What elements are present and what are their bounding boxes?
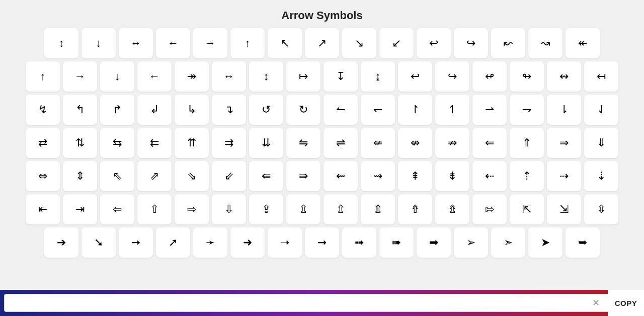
symbol-cell[interactable]: ↺ xyxy=(249,95,283,125)
symbol-cell[interactable]: ➚ xyxy=(156,227,190,258)
symbol-cell[interactable]: ⇍ xyxy=(361,128,395,158)
symbol-cell[interactable]: ↞ xyxy=(566,28,600,58)
symbol-cell[interactable]: ➡ xyxy=(417,227,451,258)
symbol-cell[interactable]: ⇈ xyxy=(175,128,209,158)
symbol-cell[interactable]: ↴ xyxy=(212,95,246,125)
symbol-cell[interactable]: ⇄ xyxy=(26,128,60,158)
symbol-cell[interactable]: ⇮ xyxy=(398,194,432,224)
symbol-cell[interactable]: ⇇ xyxy=(137,128,172,158)
symbol-cell[interactable]: ↓ xyxy=(82,28,116,58)
symbol-cell[interactable]: ➞ xyxy=(305,227,339,258)
symbol-cell[interactable]: ⇖ xyxy=(100,161,134,191)
symbol-cell[interactable]: ⇭ xyxy=(361,194,395,224)
symbol-cell[interactable]: ⇪ xyxy=(249,194,283,224)
symbol-cell[interactable]: ⇤ xyxy=(26,194,60,224)
symbol-cell[interactable]: ↿ xyxy=(435,95,469,125)
symbol-cell[interactable]: ↨ xyxy=(361,61,395,92)
symbol-cell[interactable]: ⇑ xyxy=(510,128,544,158)
symbol-cell[interactable]: ➟ xyxy=(342,227,376,258)
symbol-cell[interactable]: ⇋ xyxy=(286,128,320,158)
symbol-cell[interactable]: ➥ xyxy=(566,227,600,258)
symbol-cell[interactable]: ⇙ xyxy=(212,161,246,191)
symbol-cell[interactable]: ⇜ xyxy=(324,161,358,191)
symbol-cell[interactable]: ⇝ xyxy=(361,161,395,191)
symbol-cell[interactable]: ⇯ xyxy=(435,194,469,224)
symbol-cell[interactable]: ⇏ xyxy=(435,128,469,158)
symbol-cell[interactable]: ↖ xyxy=(268,28,302,58)
symbol-cell[interactable]: ↙ xyxy=(379,28,414,58)
symbol-cell[interactable]: ⇞ xyxy=(398,161,432,191)
symbol-cell[interactable]: ↬ xyxy=(510,61,544,92)
symbol-cell[interactable]: ↼ xyxy=(324,95,358,125)
symbol-cell[interactable]: ↗ xyxy=(305,28,339,58)
symbol-cell[interactable]: ➣ xyxy=(491,227,525,258)
symbol-cell[interactable]: ⇊ xyxy=(249,128,283,158)
symbol-cell[interactable]: ⇆ xyxy=(100,128,134,158)
symbol-cell[interactable]: ↤ xyxy=(584,61,618,92)
symbol-cell[interactable]: ↱ xyxy=(100,95,134,125)
symbol-cell[interactable]: ⇎ xyxy=(398,128,432,158)
symbol-cell[interactable]: ⇗ xyxy=(137,161,172,191)
symbol-cell[interactable]: ⇒ xyxy=(547,128,581,158)
symbol-cell[interactable]: ➜ xyxy=(230,227,265,258)
symbol-cell[interactable]: ⇂ xyxy=(547,95,581,125)
symbol-cell[interactable]: ⇚ xyxy=(249,161,283,191)
copy-button[interactable]: COPY xyxy=(608,290,644,316)
clear-button[interactable]: ✕ xyxy=(589,296,603,310)
symbol-cell[interactable]: ← xyxy=(137,61,172,92)
symbol-cell[interactable]: ⇳ xyxy=(584,194,618,224)
symbol-cell[interactable]: ↜ xyxy=(491,28,525,58)
symbol-cell[interactable]: ↔ xyxy=(212,61,246,92)
symbol-input[interactable] xyxy=(4,294,640,312)
symbol-cell[interactable]: ⇌ xyxy=(324,128,358,158)
symbol-cell[interactable]: ↯ xyxy=(26,95,60,125)
symbol-cell[interactable]: ↝ xyxy=(528,28,562,58)
symbol-cell[interactable]: ↪ xyxy=(435,61,469,92)
symbol-cell[interactable]: ↕ xyxy=(44,28,78,58)
symbol-cell[interactable]: ↪ xyxy=(454,28,488,58)
symbol-cell[interactable]: ↓ xyxy=(100,61,134,92)
symbol-cell[interactable]: ↩ xyxy=(417,28,451,58)
symbol-cell[interactable]: ⇨ xyxy=(175,194,209,224)
symbol-cell[interactable]: ⇦ xyxy=(100,194,134,224)
symbol-cell[interactable]: ⇧ xyxy=(137,194,172,224)
symbol-cell[interactable]: ↭ xyxy=(547,61,581,92)
symbol-cell[interactable]: ↻ xyxy=(286,95,320,125)
symbol-cell[interactable]: ↘ xyxy=(342,28,376,58)
symbol-cell[interactable]: ➝ xyxy=(268,227,302,258)
symbol-cell[interactable]: ⇲ xyxy=(547,194,581,224)
symbol-cell[interactable]: ➙ xyxy=(119,227,153,258)
symbol-cell[interactable]: ⇀ xyxy=(472,95,507,125)
symbol-cell[interactable]: ↦ xyxy=(286,61,320,92)
symbol-cell[interactable]: ➢ xyxy=(454,227,488,258)
symbol-cell[interactable]: ⇅ xyxy=(63,128,97,158)
symbol-cell[interactable]: ↩ xyxy=(398,61,432,92)
symbol-cell[interactable]: ← xyxy=(156,28,190,58)
symbol-cell[interactable]: ↲ xyxy=(137,95,172,125)
symbol-cell[interactable]: ⇡ xyxy=(510,161,544,191)
symbol-cell[interactable]: ↳ xyxy=(175,95,209,125)
symbol-cell[interactable]: ↠ xyxy=(175,61,209,92)
symbol-cell[interactable]: → xyxy=(193,28,227,58)
symbol-cell[interactable]: ➛ xyxy=(193,227,227,258)
symbol-cell[interactable]: ⇔ xyxy=(26,161,60,191)
symbol-cell[interactable]: ↽ xyxy=(361,95,395,125)
symbol-cell[interactable]: ↾ xyxy=(398,95,432,125)
symbol-cell[interactable]: ⇓ xyxy=(584,128,618,158)
symbol-cell[interactable]: ⇁ xyxy=(510,95,544,125)
symbol-cell[interactable]: ➔ xyxy=(44,227,78,258)
symbol-cell[interactable]: ⇟ xyxy=(435,161,469,191)
symbol-cell[interactable]: ↔ xyxy=(119,28,153,58)
symbol-cell[interactable]: ⇐ xyxy=(472,128,507,158)
symbol-cell[interactable]: → xyxy=(63,61,97,92)
symbol-cell[interactable]: ⇠ xyxy=(472,161,507,191)
symbol-cell[interactable]: ⇢ xyxy=(547,161,581,191)
symbol-cell[interactable]: ↕ xyxy=(249,61,283,92)
symbol-cell[interactable]: ➘ xyxy=(82,227,116,258)
symbol-cell[interactable]: ⇣ xyxy=(584,161,618,191)
symbol-cell[interactable]: ⇱ xyxy=(510,194,544,224)
symbol-cell[interactable]: ⇰ xyxy=(472,194,507,224)
symbol-cell[interactable]: ➤ xyxy=(528,227,562,258)
symbol-cell[interactable]: ⇃ xyxy=(584,95,618,125)
symbol-cell[interactable]: ⇬ xyxy=(324,194,358,224)
